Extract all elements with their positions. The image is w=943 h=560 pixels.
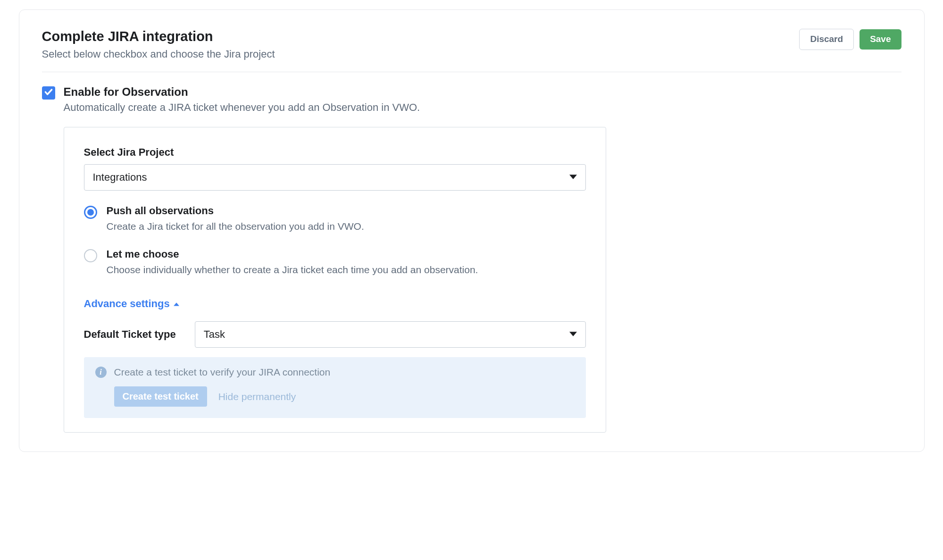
- radio-let-me-choose-input[interactable]: [84, 249, 97, 262]
- radio-push-all-title: Push all observations: [107, 205, 586, 217]
- enable-label-wrap: Enable for Observation Automatically cre…: [64, 85, 901, 114]
- info-actions: Create test ticket Hide permanently: [114, 386, 575, 407]
- hide-permanently-link[interactable]: Hide permanently: [218, 391, 296, 402]
- discard-button[interactable]: Discard: [799, 29, 854, 50]
- radio-let-me-choose-desc: Choose individually whether to create a …: [107, 262, 586, 277]
- chevron-down-icon: [569, 328, 577, 341]
- page-title: Complete JIRA integration: [42, 29, 800, 44]
- page-subtitle: Select below checkbox and choose the Jir…: [42, 48, 800, 60]
- svg-marker-2: [569, 332, 577, 336]
- enable-checkbox-row: Enable for Observation Automatically cre…: [42, 85, 901, 114]
- radio-push-all-desc: Create a Jira ticket for all the observa…: [107, 219, 586, 234]
- radio-let-me-choose-content: Let me choose Choose individually whethe…: [107, 248, 586, 277]
- caret-up-icon: [174, 298, 179, 310]
- enable-description: Automatically create a JIRA ticket whene…: [64, 101, 901, 114]
- svg-marker-0: [569, 175, 577, 179]
- test-ticket-info-box: i Create a test ticket to verify your JI…: [84, 357, 586, 418]
- divider: [42, 72, 901, 72]
- radio-push-all-input[interactable]: [84, 206, 97, 219]
- svg-marker-1: [174, 302, 179, 306]
- radio-push-all[interactable]: Push all observations Create a Jira tick…: [84, 205, 586, 234]
- info-icon: i: [95, 367, 107, 378]
- advance-settings-label: Advance settings: [84, 298, 170, 310]
- header-actions: Discard Save: [799, 29, 901, 50]
- ticket-type-row: Default Ticket type Task: [84, 321, 586, 348]
- project-select[interactable]: Integrations: [84, 164, 586, 191]
- info-box-header: i Create a test ticket to verify your JI…: [95, 367, 575, 378]
- info-text: Create a test ticket to verify your JIRA…: [114, 367, 331, 378]
- header-row: Complete JIRA integration Select below c…: [42, 29, 901, 60]
- project-select-value: Integrations: [93, 171, 147, 184]
- ticket-type-label: Default Ticket type: [84, 328, 176, 341]
- enable-checkbox[interactable]: [42, 86, 55, 100]
- radio-let-me-choose[interactable]: Let me choose Choose individually whethe…: [84, 248, 586, 277]
- radio-push-all-content: Push all observations Create a Jira tick…: [107, 205, 586, 234]
- create-test-ticket-button[interactable]: Create test ticket: [114, 386, 207, 407]
- integration-panel: Complete JIRA integration Select below c…: [19, 9, 925, 452]
- header-text: Complete JIRA integration Select below c…: [42, 29, 800, 60]
- project-label: Select Jira Project: [84, 146, 586, 159]
- radio-let-me-choose-title: Let me choose: [107, 248, 586, 260]
- save-button[interactable]: Save: [860, 29, 901, 50]
- advance-settings-toggle[interactable]: Advance settings: [84, 298, 179, 310]
- enable-title: Enable for Observation: [64, 85, 901, 99]
- check-icon: [44, 87, 53, 99]
- ticket-type-select[interactable]: Task: [195, 321, 586, 348]
- config-card: Select Jira Project Integrations Push al…: [64, 127, 606, 433]
- ticket-type-select-value: Task: [204, 328, 225, 341]
- chevron-down-icon: [569, 171, 577, 184]
